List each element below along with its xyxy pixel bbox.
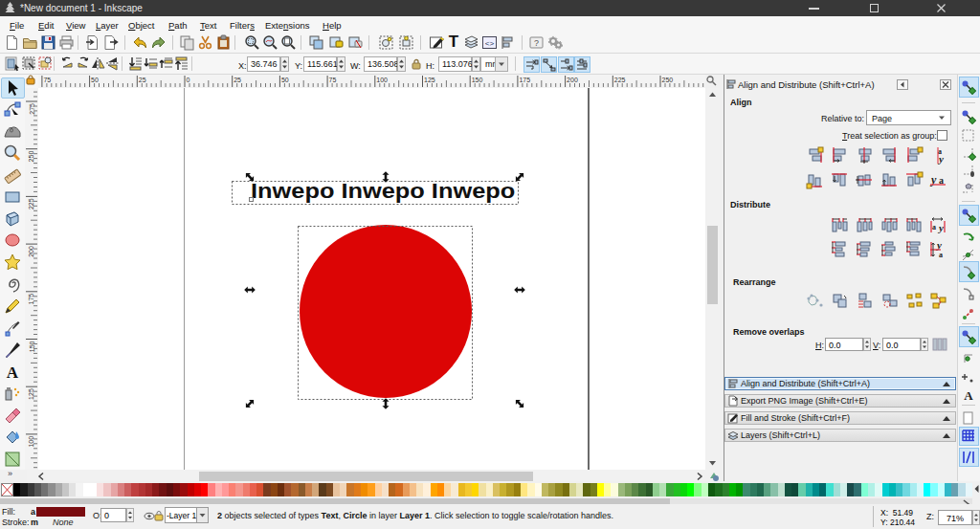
svg-text:200: 200 [567,77,578,83]
svg-text:<>: <> [485,39,495,48]
svg-text:?: ? [534,38,539,48]
svg-text:y: y [935,240,942,251]
svg-text:100: 100 [29,436,35,448]
svg-text:50: 50 [91,77,99,83]
svg-text:75: 75 [43,77,51,83]
svg-text:50: 50 [281,77,289,83]
svg-text:125: 125 [29,388,35,400]
svg-text:250: 250 [28,151,34,163]
svg-text:A: A [7,364,19,382]
svg-text:125: 125 [424,77,435,83]
svg-text:25: 25 [139,77,146,83]
svg-text:250: 250 [662,77,674,83]
svg-text:A: A [964,388,973,403]
svg-text:0: 0 [187,77,190,83]
svg-text:275: 275 [29,103,35,115]
svg-text:a: a [939,251,943,258]
svg-text:25: 25 [234,77,241,83]
svg-text:100: 100 [376,77,388,83]
svg-text:150: 150 [29,341,35,352]
svg-text:175: 175 [519,77,530,83]
svg-text:175: 175 [29,294,35,305]
svg-text:a: a [939,175,944,186]
svg-text:150: 150 [472,77,483,83]
svg-text:225: 225 [614,77,626,83]
svg-text:225: 225 [29,198,35,209]
svg-text:75: 75 [329,77,337,83]
svg-text:y: y [937,222,944,233]
svg-text:200: 200 [29,246,35,257]
svg-text:a: a [932,223,936,231]
